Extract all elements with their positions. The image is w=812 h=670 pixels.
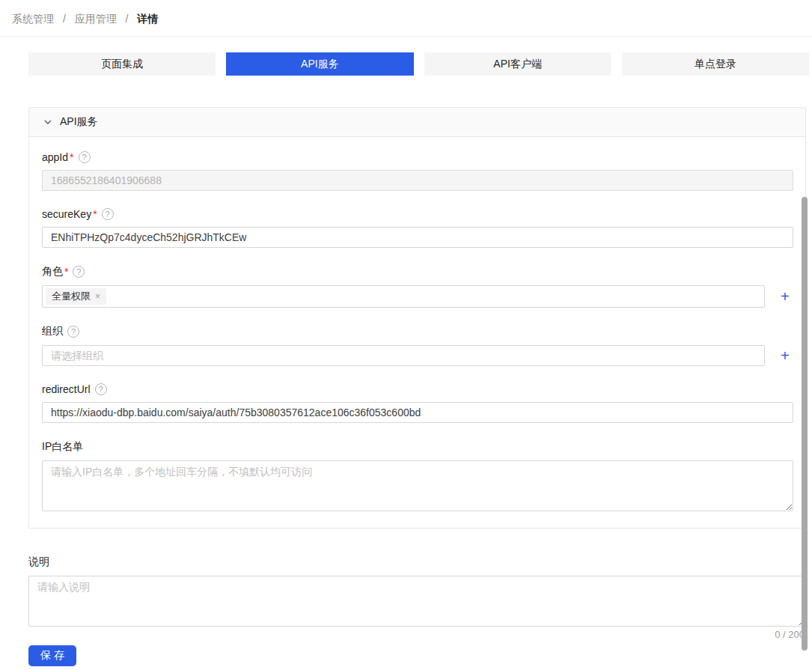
save-button[interactable]: 保 存 [28,645,76,666]
tab-page-integration[interactable]: 页面集成 [28,52,216,76]
org-select-input[interactable] [42,345,765,366]
securekey-label: secureKey [42,208,91,220]
field-org: 组织 ? + [42,325,793,366]
chevron-down-icon [43,117,53,127]
appid-label-row: appId* ? [42,151,793,163]
breadcrumb-separator: / [126,13,129,25]
field-role: 角色* ? 全量权限 × + [42,265,793,308]
description-label: 说明 [28,555,49,569]
role-label-row: 角色* ? [42,265,793,278]
role-input-row: 全量权限 × + [42,285,793,308]
role-label: 角色 [42,265,63,278]
securekey-input[interactable] [42,227,793,248]
breadcrumb-item-system[interactable]: 系统管理 [12,13,54,25]
tab-bar: 页面集成 API服务 API客户端 单点登录 [28,52,809,76]
panel-body: appId* ? secureKey* ? 角色* ? [29,137,805,528]
redirecturl-label-row: redirectUrl ? [42,383,793,395]
field-appid: appId* ? [42,151,793,191]
tab-sso[interactable]: 单点登录 [622,52,809,76]
field-securekey: secureKey* ? [42,208,793,248]
add-org-button[interactable]: + [781,348,790,363]
breadcrumb-item-apps[interactable]: 应用管理 [75,13,117,25]
tab-api-client[interactable]: API客户端 [424,52,611,76]
help-icon[interactable]: ? [79,151,91,163]
char-counter: 0 / 200 [28,629,806,640]
api-service-panel: API服务 appId* ? secureKey* ? [28,107,806,529]
field-redirecturl: redirectUrl ? [42,383,793,423]
description-label-row: 说明 [28,555,806,569]
required-asterisk: * [64,266,68,278]
tag-close-icon[interactable]: × [95,291,100,302]
help-icon[interactable]: ? [73,266,85,278]
appid-label: appId [42,151,68,163]
tab-api-service[interactable]: API服务 [226,52,413,76]
add-role-button[interactable]: + [781,289,790,304]
field-description: 说明 0 / 200 [28,555,806,640]
panel-collapse-header[interactable]: API服务 [29,108,805,137]
required-asterisk: * [93,208,97,220]
ip-whitelist-label: IP白名单 [42,440,83,454]
appid-input [42,170,793,191]
redirecturl-input[interactable] [42,402,793,423]
breadcrumb: 系统管理 / 应用管理 / 详情 [0,0,812,37]
help-icon[interactable]: ? [102,208,114,220]
role-tag-text: 全量权限 [52,290,91,303]
org-input-row: + [42,345,793,366]
help-icon[interactable]: ? [67,326,79,338]
page: 系统管理 / 应用管理 / 详情 页面集成 API服务 API客户端 单点登录 … [0,0,812,670]
breadcrumb-separator: / [63,13,66,25]
required-asterisk: * [70,151,73,163]
description-textarea[interactable] [28,576,806,627]
vertical-scrollbar-thumb[interactable] [802,197,808,651]
field-ip-whitelist: IP白名单 [42,440,793,511]
org-label-row: 组织 ? [42,325,793,338]
breadcrumb-item-detail: 详情 [137,13,158,25]
panel-title: API服务 [60,115,98,129]
ip-whitelist-textarea[interactable] [42,460,793,511]
ip-whitelist-label-row: IP白名单 [42,440,793,454]
securekey-label-row: secureKey* ? [42,208,793,220]
redirecturl-label: redirectUrl [42,383,91,395]
org-label: 组织 [42,325,63,338]
role-tag: 全量权限 × [46,288,106,305]
role-tag-input[interactable]: 全量权限 × [42,285,765,308]
help-icon[interactable]: ? [95,383,107,395]
